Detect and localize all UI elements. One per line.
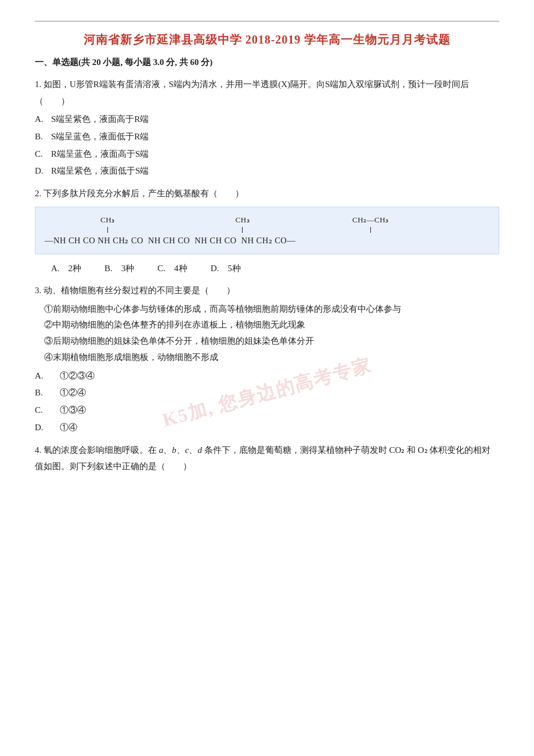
option-2-b: B. 3种 bbox=[104, 260, 134, 277]
ch3-label-2: CH₃ bbox=[236, 213, 250, 228]
ch3-label-1: CH₃ bbox=[100, 213, 115, 228]
sub-item-1: ①前期动物细胞中心体参与纺锤体的形成，而高等植物细胞前期纺锤体的形成没有中心体参… bbox=[44, 301, 499, 318]
peptide-diagram: CH₃ CH₃ CH₂—CH₃ —NH CH CO NH bbox=[35, 207, 499, 254]
option-3-c: C. ①③④ bbox=[35, 402, 499, 419]
option-1-c: C. R端呈蓝色，液面高于S端 bbox=[35, 146, 499, 163]
question-1-options: A. S端呈紫色，液面高于R端 B. S端呈蓝色，液面低于R端 C. R端呈蓝色… bbox=[35, 111, 499, 179]
sub-item-3: ③后期动物细胞的姐妹染色单体不分开，植物细胞的姐妹染色单体分开 bbox=[44, 333, 499, 350]
option-2-a: A. 2种 bbox=[51, 260, 81, 277]
page-title: 河南省新乡市延津县高级中学 2018-2019 学年高一生物元月月考试题 bbox=[35, 32, 499, 48]
option-2-d: D. 5种 bbox=[211, 260, 241, 277]
top-divider bbox=[35, 21, 499, 21]
option-1-a: A. S端呈紫色，液面高于R端 bbox=[35, 111, 499, 128]
question-1: 1. 如图，U形管R端装有蛋清溶液，S端内为清水，并用一半透膜(X)隔开。向S端… bbox=[35, 76, 499, 179]
option-2-c: C. 4种 bbox=[157, 260, 187, 277]
question-2-num: 2. bbox=[35, 189, 41, 198]
question-3-num: 3. bbox=[35, 286, 41, 295]
question-3-options: A. ①②③④ B. ①②④ C. ①③④ D. ①④ bbox=[35, 368, 499, 436]
section-header: 一、单选题(共 20 小题, 每小题 3.0 分, 共 60 分) bbox=[35, 57, 499, 68]
sub-item-4: ④末期植物细胞形成细胞板，动物细胞不形成 bbox=[44, 350, 499, 366]
question-4: 4. 氧的浓度会影响细胞呼吸。在 a、b、c、d 条件下，底物是葡萄糖，测得某植… bbox=[35, 442, 499, 475]
question-3-subitems: ①前期动物细胞中心体参与纺锤体的形成，而高等植物细胞前期纺锤体的形成没有中心体参… bbox=[44, 301, 499, 366]
page: 河南省新乡市延津县高级中学 2018-2019 学年高一生物元月月考试题 一、单… bbox=[0, 0, 534, 756]
option-3-d: D. ①④ bbox=[35, 420, 499, 436]
option-3-a: A. ①②③④ bbox=[35, 368, 499, 384]
option-3-b: B. ①②④ bbox=[35, 385, 499, 401]
question-3: 3. 动、植物细胞有丝分裂过程的不同主要是（ ） ①前期动物细胞中心体参与纺锤体… bbox=[35, 282, 499, 436]
question-2: 2. 下列多肽片段充分水解后，产生的氨基酸有（ ） CH₃ CH₃ CH₂—CH… bbox=[35, 185, 499, 276]
sub-item-2: ②中期动物细胞的染色体整齐的排列在赤道板上，植物细胞无此现象 bbox=[44, 317, 499, 333]
peptide-chain: —NH CH CO NH CH₂ CO NH CH CO NH CH CO NH… bbox=[45, 233, 298, 249]
question-1-num: 1. bbox=[35, 80, 41, 89]
option-1-d: D. R端呈紫色，液面低于S端 bbox=[35, 163, 499, 179]
question-2-options: A. 2种 B. 3种 C. 4种 D. 5种 bbox=[51, 260, 499, 277]
option-1-b: B. S端呈蓝色，液面低于R端 bbox=[35, 129, 499, 145]
ch2-ch3-label: CH₂—CH₃ bbox=[352, 213, 389, 228]
question-4-num: 4. bbox=[35, 445, 41, 455]
